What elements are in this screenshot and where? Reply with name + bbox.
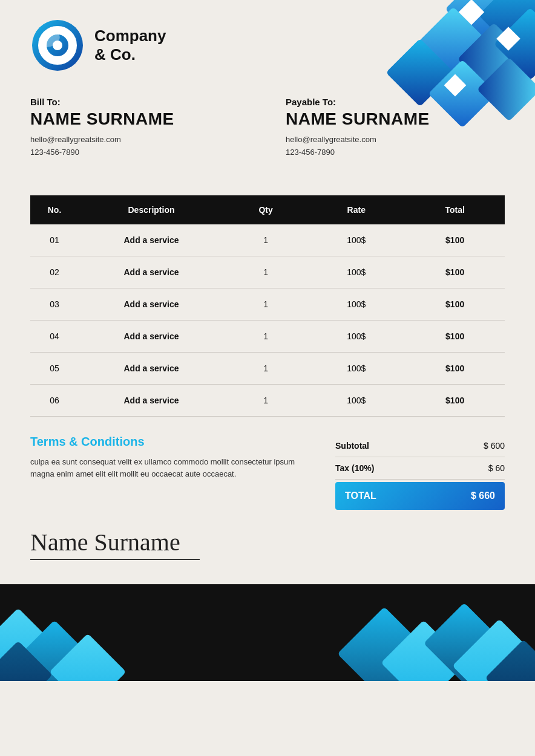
subtotal-label: Subtotal: [335, 441, 369, 451]
billing-section: Bill To: NAME SURNAME hello@reallygreats…: [30, 97, 505, 177]
table-row: 06 Add a service 1 100$ $100: [30, 384, 505, 416]
invoice-table-section: No. Description Qty Rate Total 01 Add a …: [0, 195, 535, 417]
table-row: 04 Add a service 1 100$ $100: [30, 320, 505, 352]
cell-rate: 100$: [307, 288, 405, 320]
signature-line: [30, 559, 200, 560]
signature-section: Name Surname: [0, 510, 535, 572]
col-qty: Qty: [224, 195, 307, 224]
col-total: Total: [405, 195, 505, 224]
cell-no: 05: [30, 352, 79, 384]
cell-rate: 100$: [307, 256, 405, 288]
payable-to-contact: hello@reallygreatsite.com 123-456-7890: [286, 134, 505, 159]
svg-rect-18: [0, 640, 53, 681]
bottom-section: Terms & Conditions culpa ea sunt consequ…: [0, 417, 535, 510]
payable-to-block: Payable To: NAME SURNAME hello@reallygre…: [286, 97, 505, 159]
cell-qty: 1: [224, 320, 307, 352]
subtotal-row: Subtotal $ 600: [335, 435, 505, 457]
cell-no: 03: [30, 288, 79, 320]
cell-rate: 100$: [307, 352, 405, 384]
cell-rate: 100$: [307, 224, 405, 256]
svg-rect-20: [381, 620, 466, 681]
cell-total: $100: [405, 384, 505, 416]
terms-text: culpa ea sunt consequat velit ex ullamco…: [30, 456, 311, 481]
cell-description: Add a service: [79, 256, 224, 288]
cell-no: 02: [30, 256, 79, 288]
svg-rect-16: [11, 620, 97, 681]
company-name-line2: & Co.: [94, 45, 136, 64]
cell-description: Add a service: [79, 320, 224, 352]
cell-qty: 1: [224, 384, 307, 416]
table-body: 01 Add a service 1 100$ $100 02 Add a se…: [30, 224, 505, 417]
cell-no: 01: [30, 224, 79, 256]
bill-to-name: NAME SURNAME: [30, 109, 249, 129]
col-rate: Rate: [307, 195, 405, 224]
payable-to-label: Payable To:: [286, 97, 505, 107]
svg-rect-23: [485, 639, 535, 681]
cell-qty: 1: [224, 224, 307, 256]
svg-rect-22: [452, 619, 535, 681]
bill-to-email: hello@reallygreatsite.com 123-456-7890: [30, 134, 249, 159]
cell-no: 06: [30, 384, 79, 416]
totals-block: Subtotal $ 600 Tax (10%) $ 60 TOTAL $ 66…: [335, 435, 505, 510]
svg-rect-15: [0, 608, 61, 681]
cell-qty: 1: [224, 288, 307, 320]
cell-total: $100: [405, 256, 505, 288]
payable-to-name: NAME SURNAME: [286, 109, 505, 129]
cell-description: Add a service: [79, 384, 224, 416]
svg-rect-17: [49, 633, 126, 681]
cell-description: Add a service: [79, 224, 224, 256]
header: Company & Co.: [30, 18, 505, 73]
terms-title: Terms & Conditions: [30, 435, 311, 449]
svg-rect-21: [424, 602, 505, 680]
cell-no: 04: [30, 320, 79, 352]
bill-to-block: Bill To: NAME SURNAME hello@reallygreats…: [30, 97, 249, 159]
total-label: TOTAL: [345, 490, 376, 501]
table-row: 01 Add a service 1 100$ $100: [30, 224, 505, 256]
subtotal-value: $ 600: [484, 441, 505, 451]
tax-label: Tax (10%): [335, 463, 374, 473]
total-final-row: TOTAL $ 660: [335, 482, 505, 510]
tax-row: Tax (10%) $ 60: [335, 457, 505, 480]
table-row: 03 Add a service 1 100$ $100: [30, 288, 505, 320]
tax-value: $ 60: [488, 463, 505, 473]
svg-rect-19: [337, 607, 432, 681]
cell-qty: 1: [224, 256, 307, 288]
company-name-block: Company & Co.: [94, 27, 166, 64]
terms-block: Terms & Conditions culpa ea sunt consequ…: [30, 435, 311, 510]
cell-description: Add a service: [79, 352, 224, 384]
cell-qty: 1: [224, 352, 307, 384]
col-no: No.: [30, 195, 79, 224]
company-name-line1: Company: [94, 27, 166, 45]
table-header: No. Description Qty Rate Total: [30, 195, 505, 224]
cell-rate: 100$: [307, 384, 405, 416]
svg-rect-10: [444, 74, 467, 97]
bill-to-label: Bill To:: [30, 97, 249, 107]
cell-total: $100: [405, 224, 505, 256]
footer: [0, 584, 535, 681]
table-row: 02 Add a service 1 100$ $100: [30, 256, 505, 288]
invoice-table: No. Description Qty Rate Total 01 Add a …: [30, 195, 505, 417]
company-logo: [30, 18, 85, 73]
cell-total: $100: [405, 320, 505, 352]
table-row: 05 Add a service 1 100$ $100: [30, 352, 505, 384]
cell-total: $100: [405, 288, 505, 320]
total-value: $ 660: [471, 490, 495, 501]
col-description: Description: [79, 195, 224, 224]
signature-text: Name Surname: [30, 528, 505, 556]
cell-rate: 100$: [307, 320, 405, 352]
cell-total: $100: [405, 352, 505, 384]
cell-description: Add a service: [79, 288, 224, 320]
